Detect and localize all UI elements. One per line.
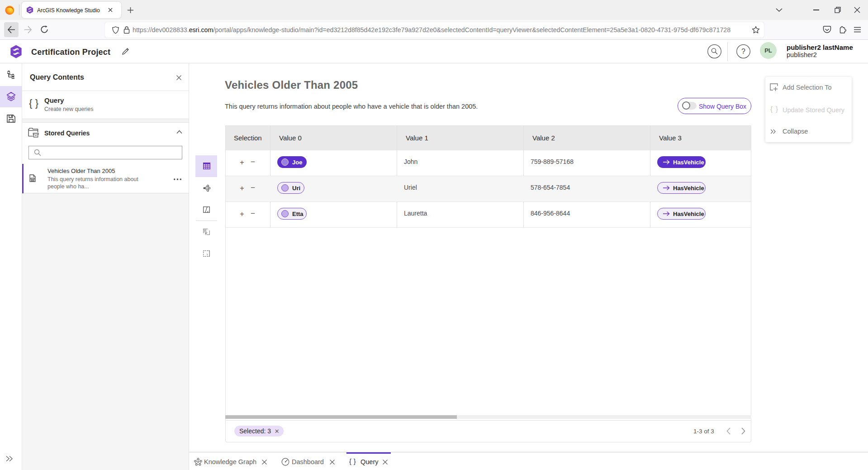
svg-text:?: ?: [741, 48, 745, 55]
